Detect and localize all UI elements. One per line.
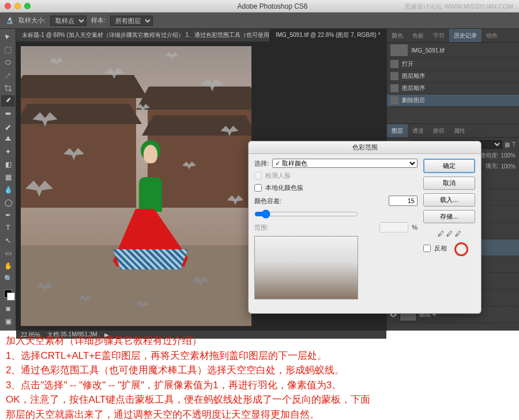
zoom-tool-icon[interactable]: 🔍 xyxy=(1,273,15,284)
fuzziness-slider[interactable] xyxy=(254,209,358,219)
wand-tool-icon[interactable] xyxy=(1,70,15,81)
annotation-circle xyxy=(454,242,468,256)
layers-panel-tabs: 图层 通道 路径 属性 xyxy=(387,124,519,138)
fill-value[interactable]: 100% xyxy=(501,163,516,170)
fill-label: 填充: xyxy=(486,162,499,170)
history-item[interactable]: 图层顺序 xyxy=(387,70,519,82)
instruction-line: 加入天空素材（详细步骤其它教程有过介绍） xyxy=(6,333,513,348)
tab-channels[interactable]: 通道 xyxy=(408,124,428,137)
localized-check[interactable] xyxy=(254,184,262,192)
options-bar: 🔬 取样大小: 取样点 样本: 所有图层 xyxy=(0,13,519,29)
instruction-line: 3、点击"选择" -- "修改" -- "扩展"，扩展像素值为1，再进行羽化，像… xyxy=(6,378,513,393)
cancel-button[interactable]: 取消 xyxy=(423,177,475,190)
dodge-tool-icon[interactable]: ◯ xyxy=(1,197,15,208)
path-tool-icon[interactable]: ↖ xyxy=(1,235,15,246)
sample-select[interactable]: 所有图层 xyxy=(110,16,153,26)
history-item[interactable]: 删除图层 xyxy=(387,95,519,107)
instruction-line: 1、选择CRTL+ALT+E盖印图层，再将天空素材拖到盖印图层的下一层处。 xyxy=(6,348,513,363)
tab-swatches[interactable]: 色板 xyxy=(408,29,428,42)
history-panel: IMG_5091.tif 打开 图层顺序 图层顺序 删除图层 xyxy=(387,43,519,123)
ok-button[interactable]: 确定 xyxy=(423,159,475,173)
eyedropper-sub-icon[interactable]: 🖊 xyxy=(455,230,461,237)
brush-tool-icon[interactable] xyxy=(1,121,15,132)
history-item[interactable]: 图层顺序 xyxy=(387,82,519,95)
detect-faces-check xyxy=(254,172,262,179)
toolbox: ✦ ◧ ▦ 💧 ◯ ✒ T ↖ ▭ ✋ 🔍 ◙ ▣ xyxy=(0,29,16,331)
preview-box xyxy=(254,236,358,299)
doc-tabs: 未标题-1 @ 68% (加入天空素材（详细步骤其它教程有过介绍） 1、通过色彩… xyxy=(16,29,386,42)
dialog-title: 色彩范围 xyxy=(249,141,481,154)
sample-label: 样本: xyxy=(91,16,106,25)
hand-tool-icon[interactable]: ✋ xyxy=(1,260,15,272)
load-button[interactable]: 载入... xyxy=(423,193,475,207)
canvas-scene xyxy=(21,46,251,326)
minimize-icon[interactable] xyxy=(14,3,21,9)
tab-history[interactable]: 历史记录 xyxy=(449,29,482,42)
watermark-top: 思缘设计论坛 WWW.MISSYUAN.COM xyxy=(404,2,513,11)
screenmode-icon[interactable]: ▣ xyxy=(1,316,15,327)
tab-color[interactable]: 颜色 xyxy=(387,29,408,42)
traffic-lights xyxy=(5,3,31,9)
fuzziness-label: 颜色容差: xyxy=(254,197,281,205)
invert-label: 反相 xyxy=(434,244,447,253)
figure xyxy=(125,159,176,274)
eyedropper-tool-icon[interactable] xyxy=(1,95,15,107)
doc-tab-2[interactable]: IMG_5091.tif @ 22.8% (图层 7, RGB/8) * xyxy=(270,29,386,42)
range-unit: % xyxy=(412,224,418,231)
tab-actions[interactable]: 动作 xyxy=(482,29,502,42)
eraser-tool-icon[interactable]: ◧ xyxy=(1,159,15,170)
quickmask-icon[interactable]: ◙ xyxy=(1,303,15,314)
filter-icon[interactable]: T xyxy=(512,141,516,148)
fuzziness-input[interactable] xyxy=(389,196,418,206)
sample-size-select[interactable]: 取样点 xyxy=(50,16,86,26)
eyedropper-sample-icon[interactable]: 🖊 xyxy=(438,230,444,237)
move-tool-icon[interactable] xyxy=(1,32,15,43)
select-dropdown[interactable]: ✓ 取样颜色 xyxy=(272,159,418,168)
instruction-line: 2、通过色彩范围工具（也可使用魔术棒工具）选择天空空白处，形成蚂蚁线。 xyxy=(6,363,513,378)
sample-size-label: 取样大小: xyxy=(18,16,46,25)
select-label: 选择: xyxy=(254,159,269,168)
tab-properties[interactable]: 属性 xyxy=(449,124,470,137)
instruction-line: 那层的天空就露出来了，通过调整天空的不透明度让天空显得更加自然。 xyxy=(6,407,513,421)
opacity-value[interactable]: 100% xyxy=(501,152,516,159)
save-button[interactable]: 存储... xyxy=(423,210,475,223)
svg-rect-1 xyxy=(6,112,11,115)
eyedropper-add-icon[interactable]: 🖊 xyxy=(446,230,453,237)
instructions: 加入天空素材（详细步骤其它教程有过介绍） 1、选择CRTL+ALT+E盖印图层，… xyxy=(6,333,513,420)
stamp-tool-icon[interactable] xyxy=(1,133,15,145)
canvas[interactable] xyxy=(21,46,251,326)
history-item[interactable]: 打开 xyxy=(387,58,519,70)
pen-tool-icon[interactable]: ✒ xyxy=(1,209,15,221)
filter-icon[interactable]: ▦ xyxy=(505,141,510,148)
shape-tool-icon[interactable]: ▭ xyxy=(1,247,15,259)
range-input xyxy=(379,222,408,232)
eyedropper-icon: 🔬 xyxy=(6,17,14,24)
instruction-line: OK，注意了，按住ALT键点击蒙板工具，便在蚂蚁线处形成了一个反向的蒙板，下面 xyxy=(6,392,513,407)
gradient-tool-icon[interactable]: ▦ xyxy=(1,171,15,183)
tab-character[interactable]: 字符 xyxy=(428,29,449,42)
type-tool-icon[interactable]: T xyxy=(1,222,15,234)
crop-tool-icon[interactable] xyxy=(1,82,15,94)
lasso-tool-icon[interactable] xyxy=(1,57,15,69)
tab-layers[interactable]: 图层 xyxy=(387,124,408,137)
localized-label: 本地化颜色簇 xyxy=(265,183,303,192)
blur-tool-icon[interactable]: 💧 xyxy=(1,184,15,196)
close-icon[interactable] xyxy=(5,3,11,9)
marquee-tool-icon[interactable] xyxy=(1,44,15,56)
doc-tab-1[interactable]: 未标题-1 @ 68% (加入天空素材（详细步骤其它教程有过介绍） 1、通过色彩… xyxy=(16,29,270,42)
invert-check[interactable] xyxy=(423,245,431,252)
top-panel-tabs: 颜色 色板 字符 历史记录 动作 xyxy=(387,29,519,43)
color-range-dialog: 色彩范围 选择: ✓ 取样颜色 检测人脸 本地化颜色簇 颜色容差: 范围: xyxy=(248,141,482,314)
swatch-icon[interactable] xyxy=(1,286,15,302)
range-label: 范围: xyxy=(254,223,269,232)
tab-paths[interactable]: 路径 xyxy=(428,124,449,137)
history-doc-row[interactable]: IMG_5091.tif xyxy=(387,43,519,58)
heal-tool-icon[interactable] xyxy=(1,108,15,119)
history-brush-icon[interactable]: ✦ xyxy=(1,146,15,158)
detect-faces-label: 检测人脸 xyxy=(265,171,291,180)
svg-rect-0 xyxy=(5,47,12,54)
zoom-icon[interactable] xyxy=(24,3,31,9)
